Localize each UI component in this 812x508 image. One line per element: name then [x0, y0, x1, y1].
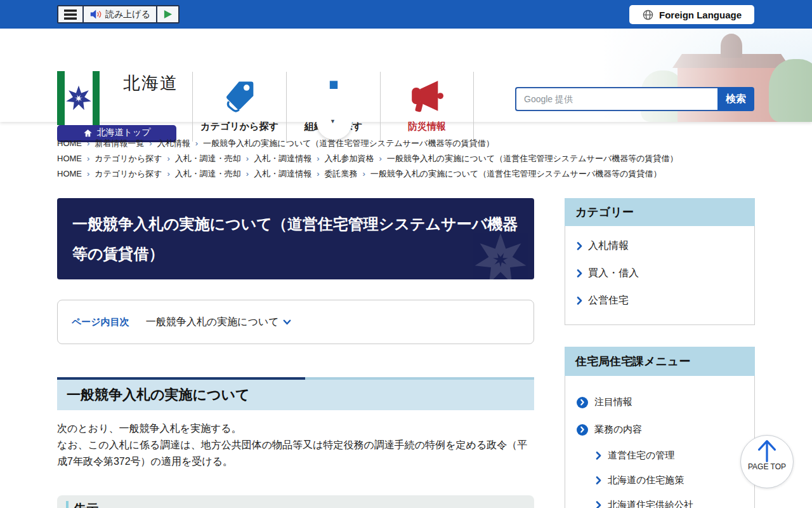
subsection-accent-bar — [66, 501, 69, 508]
foreign-language-button[interactable]: Foreign Language — [629, 5, 754, 24]
breadcrumb-link[interactable]: 入札・調達・売却 — [175, 166, 241, 182]
play-button[interactable] — [157, 6, 178, 22]
page-top-label: PAGE TOP — [748, 462, 786, 471]
circle-arrow-icon — [577, 424, 588, 436]
chevron-right-icon — [596, 476, 601, 485]
snowflake-icon — [65, 84, 93, 112]
page-top-button[interactable]: PAGE TOP — [740, 435, 794, 488]
breadcrumb-row: HOME›新着情報一覧›入札情報›一般競争入札の実施について（道営住宅管理システ… — [57, 136, 755, 151]
menu-item-label: 注目情報 — [594, 396, 632, 408]
toc-label: ページ内目次 — [72, 316, 129, 328]
snowflake-watermark-icon — [472, 231, 529, 279]
toc-current-link[interactable]: 一般競争入札の実施について — [146, 316, 291, 329]
page-title-text: 一般競争入札の実施について（道営住宅管理システムサーバ機器等の賃貸借） — [72, 215, 518, 262]
logo-green-bar — [57, 71, 65, 125]
megaphone-icon — [409, 76, 445, 116]
menu-button[interactable] — [58, 6, 84, 22]
breadcrumb-separator: › — [246, 151, 249, 166]
subsection-heading: 告示 — [57, 495, 534, 508]
menu-item-label: 業務の内容 — [594, 424, 642, 436]
division-menu-title: 住宅局住宅課メニュー — [565, 347, 755, 376]
site-search: 検索 — [515, 87, 754, 111]
toc-current-text: 一般競争入札の実施について — [146, 316, 279, 329]
breadcrumb-link[interactable]: HOME — [57, 166, 82, 182]
breadcrumb-separator: › — [246, 166, 249, 182]
page-toc: ページ内目次 一般競争入札の実施について — [57, 300, 534, 344]
breadcrumb-link[interactable]: HOME — [57, 151, 82, 166]
arrow-up-icon — [752, 436, 782, 465]
nav-item-category[interactable]: カテゴリから探す — [192, 72, 286, 142]
breadcrumb-separator: › — [195, 136, 198, 151]
category-item[interactable]: 入札情報 — [565, 232, 754, 260]
category-box: カテゴリー 入札情報買入・借入公営住宅 — [565, 198, 755, 325]
breadcrumb-link[interactable]: カテゴリから探す — [95, 166, 162, 182]
chevron-right-icon — [577, 297, 582, 305]
breadcrumb-current: 一般競争入札の実施について（道営住宅管理システムサーバ機器等の賃貸借） — [370, 166, 662, 182]
section-body: 次のとおり、一般競争入札を実施する。 なお、この入札に係る調達は、地方公共団体の… — [57, 420, 534, 470]
breadcrumb-separator: › — [87, 166, 89, 182]
chevron-right-icon — [596, 501, 601, 508]
breadcrumb-separator: › — [379, 151, 382, 166]
breadcrumb-current: 一般競争入札の実施について（道営住宅管理システムサーバ機器等の賃貸借） — [387, 151, 678, 166]
globe-icon — [642, 9, 654, 21]
breadcrumb-link[interactable]: 入札・調達情報 — [254, 166, 311, 182]
chevron-right-icon — [577, 242, 582, 250]
hokkaido-logo[interactable] — [57, 71, 100, 125]
menu-item[interactable]: 北海道住宅供給公社 — [565, 493, 754, 508]
division-menu-list: 注目情報業務の内容道営住宅の管理北海道の住宅施策北海道住宅供給公社 — [565, 376, 755, 508]
category-item-label: 買入・借入 — [588, 267, 639, 280]
breadcrumb-link[interactable]: 入札・調達情報 — [254, 151, 311, 166]
category-item[interactable]: 買入・借入 — [565, 260, 754, 287]
category-item-label: 公営住宅 — [588, 294, 629, 307]
speaker-icon — [89, 9, 102, 20]
breadcrumb-separator: › — [317, 166, 319, 182]
read-aloud-label: 読み上げる — [105, 9, 150, 20]
menu-item[interactable]: 注目情報 — [565, 389, 754, 416]
hamburger-icon — [64, 10, 77, 20]
nav-item-disaster[interactable]: 防災情報 — [380, 72, 474, 142]
menu-item-label: 北海道住宅供給公社 — [608, 499, 693, 508]
breadcrumb-link[interactable]: カテゴリから探す — [95, 151, 162, 166]
chevron-down-icon — [283, 319, 291, 325]
nav-label-disaster: 防災情報 — [408, 121, 446, 133]
breadcrumb-link[interactable]: 委託業務 — [325, 166, 358, 182]
menu-item[interactable]: 業務の内容 — [565, 416, 754, 443]
category-item[interactable]: 公営住宅 — [565, 287, 754, 314]
breadcrumb-separator: › — [363, 166, 365, 182]
paragraph: なお、この入札に係る調達は、地方公共団体の物品等又は特定役務の調達手続の特例を定… — [57, 437, 534, 470]
foreign-language-label: Foreign Language — [659, 10, 742, 20]
chevron-down-icon[interactable]: ▼ — [330, 118, 336, 124]
breadcrumb-link[interactable]: HOME — [57, 136, 82, 151]
menu-item-label: 北海道の住宅施策 — [608, 474, 684, 486]
section-heading-title: 一般競争入札の実施について — [57, 380, 534, 410]
breadcrumb-separator: › — [87, 136, 89, 151]
breadcrumb-link[interactable]: 入札情報 — [157, 136, 190, 151]
breadcrumb-link[interactable]: 入札参加資格 — [325, 151, 374, 166]
page-title: 一般競争入札の実施について（道営住宅管理システムサーバ機器等の賃貸借） — [57, 198, 534, 279]
sidebar: カテゴリー 入札情報買入・借入公営住宅 住宅局住宅課メニュー 注目情報業務の内容… — [565, 198, 755, 508]
read-aloud-button[interactable]: 読み上げる — [84, 6, 157, 22]
breadcrumb-row: HOME›カテゴリから探す›入札・調達・売却›入札・調達情報›入札参加資格›一般… — [57, 151, 755, 166]
menu-item-label: 道営住宅の管理 — [608, 450, 674, 462]
site-header: 北海道 北海道トップ カテゴリから探す — [0, 29, 812, 122]
breadcrumb-separator: › — [317, 151, 319, 166]
menu-item[interactable]: 北海道の住宅施策 — [565, 468, 754, 493]
nav-label-category: カテゴリから探す — [200, 121, 278, 133]
menu-item[interactable]: 道営住宅の管理 — [565, 443, 754, 468]
header-tab-mask — [314, 89, 355, 122]
chevron-right-icon — [577, 269, 582, 277]
breadcrumb-link[interactable]: 新着情報一覧 — [95, 136, 144, 151]
tag-icon — [223, 76, 257, 116]
breadcrumb-current: 一般競争入札の実施について（道営住宅管理システムサーバ機器等の賃貸借） — [203, 136, 494, 151]
paragraph: 次のとおり、一般競争入札を実施する。 — [57, 420, 534, 437]
breadcrumb-separator: › — [87, 151, 89, 166]
site-name: 北海道 — [123, 72, 178, 95]
search-input[interactable] — [515, 87, 717, 111]
category-item-label: 入札情報 — [588, 239, 629, 253]
category-list: 入札情報買入・借入公営住宅 — [565, 226, 755, 325]
section-heading: 一般競争入札の実施について — [57, 377, 534, 410]
breadcrumb-link[interactable]: 入札・調達・売却 — [175, 151, 241, 166]
search-button[interactable]: 検索 — [717, 87, 754, 111]
breadcrumb-separator: › — [167, 166, 169, 182]
breadcrumb-separator: › — [149, 136, 152, 151]
